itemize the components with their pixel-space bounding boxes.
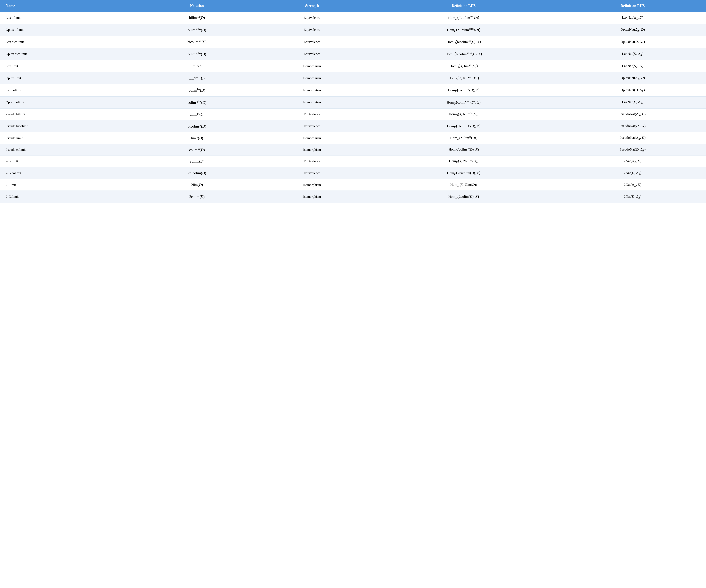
cell-strength: Equivalence: [256, 156, 368, 167]
cell-rhs: PseudoNat(ΔX, D): [559, 109, 706, 120]
cell-name: Pseudo limit: [0, 132, 138, 144]
header-notation: Notation: [138, 0, 256, 12]
cell-name: Lax bicolimit: [0, 36, 138, 48]
table-row: 2-Limit2lim(D)IsomorphismHomD(X, 2lim(D)…: [0, 179, 706, 191]
header-name: Name: [0, 0, 138, 12]
cell-notation: colimoplax(D): [138, 96, 256, 109]
cell-lhs: HomD(bicolimoplax(D), X): [368, 48, 559, 60]
cell-lhs: HomD(X, limoplax(D)): [368, 72, 559, 84]
cell-notation: 2bicolim(D): [138, 167, 256, 179]
cell-rhs: LaxNat(ΔX, D): [559, 12, 706, 24]
table-row: Pseudo limitlimps(D)IsomorphismHomD(X, l…: [0, 132, 706, 144]
cell-name: Pseudo bicolimit: [0, 120, 138, 132]
cell-name: Lax colimit: [0, 84, 138, 96]
cell-name: 2-Limit: [0, 179, 138, 191]
cell-rhs: OplaxNat(ΔX, D): [559, 72, 706, 84]
cell-strength: Isomorphism: [256, 179, 368, 191]
cell-name: 2-Colimit: [0, 191, 138, 203]
cell-lhs: HomD(bicolimlax(D), X): [368, 36, 559, 48]
cell-rhs: OplaxNat(ΔX, D): [559, 24, 706, 36]
cell-notation: limps(D): [138, 132, 256, 144]
cell-name: Pseudo bilimit: [0, 109, 138, 120]
cell-lhs: HomD(X, bilimoplax(D)): [368, 24, 559, 36]
table-row: Oplax colimitcolimoplax(D)IsomorphismHom…: [0, 96, 706, 109]
cell-notation: 2lim(D): [138, 179, 256, 191]
cell-rhs: OplaxNat(D, ΔX): [559, 84, 706, 96]
cell-rhs: OplaxNat(D, ΔX): [559, 36, 706, 48]
table-row: Oplax bilimitbilimoplax(D)EquivalenceHom…: [0, 24, 706, 36]
table-body: Lax bilimitbilimlax(D)EquivalenceHomD(X,…: [0, 12, 706, 203]
cell-name: Pseudo colimit: [0, 144, 138, 156]
table-row: Oplax limitlimoplax(D)IsomorphismHomD(X,…: [0, 72, 706, 84]
cell-name: Oplax colimit: [0, 96, 138, 109]
cell-lhs: HomD(2bicolim(D), X): [368, 167, 559, 179]
cell-notation: 2bilim(D): [138, 156, 256, 167]
cell-strength: Isomorphism: [256, 144, 368, 156]
cell-lhs: HomD(colimps(D), X): [368, 144, 559, 156]
cell-notation: bilimps(D): [138, 109, 256, 120]
cell-rhs: PseudoNat(D, ΔX): [559, 144, 706, 156]
cell-strength: Equivalence: [256, 48, 368, 60]
header-lhs: Definition LHS: [368, 0, 559, 12]
cell-name: Oplax limit: [0, 72, 138, 84]
cell-strength: Isomorphism: [256, 72, 368, 84]
cell-strength: Isomorphism: [256, 84, 368, 96]
cell-rhs: 2Nat(D, ΔX): [559, 191, 706, 203]
cell-strength: Equivalence: [256, 109, 368, 120]
cell-lhs: HomD(X, bilimlax(D)): [368, 12, 559, 24]
table-row: Lax limitlimlax(D)IsomorphismHomD(X, lim…: [0, 60, 706, 72]
table-row: Lax bicolimitbicolimlax(D)EquivalenceHom…: [0, 36, 706, 48]
header-rhs: Definition RHS: [559, 0, 706, 12]
cell-strength: Equivalence: [256, 24, 368, 36]
cell-strength: Equivalence: [256, 167, 368, 179]
cell-lhs: HomD(2colim(D), X): [368, 191, 559, 203]
header-row: Name Notation Strength Definition LHS De…: [0, 0, 706, 12]
cell-notation: bilimoplax(D): [138, 48, 256, 60]
table-row: Lax bilimitbilimlax(D)EquivalenceHomD(X,…: [0, 12, 706, 24]
cell-lhs: HomD(X, limlax(D)): [368, 60, 559, 72]
cell-strength: Equivalence: [256, 12, 368, 24]
cell-rhs: PseudoNat(ΔX, D): [559, 132, 706, 144]
cell-name: Lax bilimit: [0, 12, 138, 24]
cell-name: Oplax bicolimit: [0, 48, 138, 60]
table-row: 2-Bicolimit2bicolim(D)EquivalenceHomD(2b…: [0, 167, 706, 179]
cell-lhs: HomD(colimlax(D), X): [368, 84, 559, 96]
table-row: Pseudo colimitcolimps(D)IsomorphismHomD(…: [0, 144, 706, 156]
cell-notation: bilimlax(D): [138, 12, 256, 24]
cell-lhs: HomD(X, 2bilim(D)): [368, 156, 559, 167]
cell-notation: limoplax(D): [138, 72, 256, 84]
cell-notation: bicolimps(D): [138, 120, 256, 132]
cell-strength: Equivalence: [256, 36, 368, 48]
cell-lhs: HomD(colimoplax(D), X): [368, 96, 559, 109]
header-strength: Strength: [256, 0, 368, 12]
table-row: Pseudo bicolimitbicolimps(D)EquivalenceH…: [0, 120, 706, 132]
cell-lhs: HomD(X, 2lim(D)): [368, 179, 559, 191]
cell-rhs: LaxNat(ΔX, D): [559, 60, 706, 72]
cell-notation: limlax(D): [138, 60, 256, 72]
cell-notation: colimlax(D): [138, 84, 256, 96]
cell-notation: colimps(D): [138, 144, 256, 156]
cell-rhs: LaxNat(D, ΔX): [559, 48, 706, 60]
cell-rhs: 2Nat(D, ΔX): [559, 167, 706, 179]
cell-notation: 2colim(D): [138, 191, 256, 203]
table-row: Lax colimitcolimlax(D)IsomorphismHomD(co…: [0, 84, 706, 96]
table-row: Oplax bicolimitbilimoplax(D)EquivalenceH…: [0, 48, 706, 60]
cell-notation: bicolimlax(D): [138, 36, 256, 48]
cell-strength: Isomorphism: [256, 132, 368, 144]
cell-lhs: HomD(bicolimps(D), X): [368, 120, 559, 132]
table-row: 2-Bilimit2bilim(D)EquivalenceHomD(X, 2bi…: [0, 156, 706, 167]
cell-lhs: HomD(X, bilimps(D)): [368, 109, 559, 120]
main-table: Name Notation Strength Definition LHS De…: [0, 0, 706, 203]
cell-rhs: 2Nat(ΔX, D): [559, 179, 706, 191]
cell-notation: bilimoplax(D): [138, 24, 256, 36]
cell-strength: Equivalence: [256, 120, 368, 132]
cell-rhs: 2Nat(ΔX, D): [559, 156, 706, 167]
table-row: 2-Colimit2colim(D)IsomorphismHomD(2colim…: [0, 191, 706, 203]
cell-name: 2-Bilimit: [0, 156, 138, 167]
cell-strength: Isomorphism: [256, 60, 368, 72]
cell-name: Oplax bilimit: [0, 24, 138, 36]
cell-strength: Isomorphism: [256, 96, 368, 109]
cell-name: Lax limit: [0, 60, 138, 72]
cell-rhs: PseudoNat(D, ΔX): [559, 120, 706, 132]
cell-name: 2-Bicolimit: [0, 167, 138, 179]
